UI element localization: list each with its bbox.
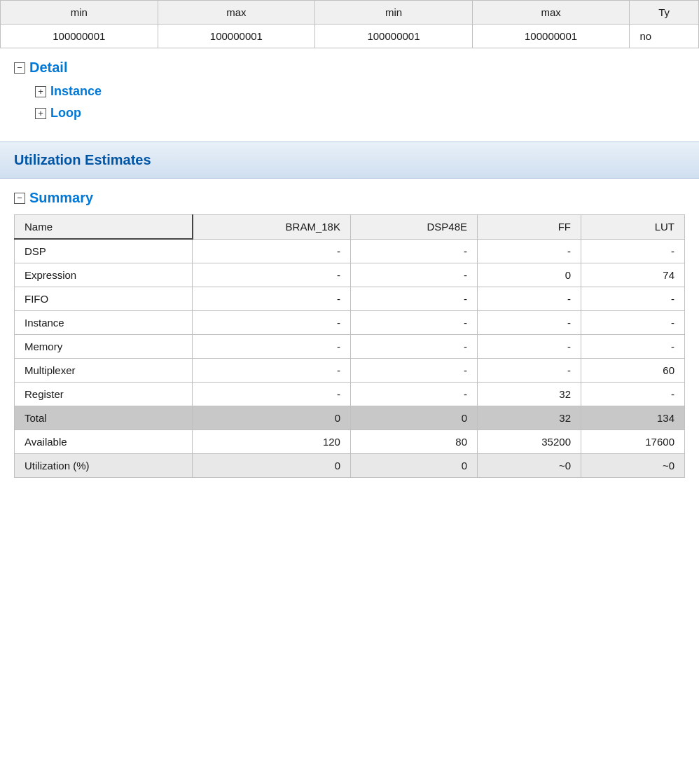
detail-header: − Detail <box>14 60 685 76</box>
cell-bram: - <box>193 383 351 406</box>
available-cell-dsp: 80 <box>350 430 477 454</box>
total-row: Total0032134 <box>15 406 685 430</box>
cell-ff: 32 <box>478 383 581 406</box>
cell-name: Multiplexer <box>15 359 193 383</box>
loop-header: + Loop <box>35 106 685 121</box>
top-cell-3: 100000001 <box>472 25 630 48</box>
cell-bram: - <box>193 311 351 335</box>
col-ty: Ty <box>630 1 699 25</box>
cell-name: Expression <box>15 263 193 287</box>
cell-dsp: - <box>350 239 477 263</box>
utilization-header-bar: Utilization Estimates <box>0 142 699 179</box>
top-table: min max min max Ty 100000001 100000001 1… <box>0 0 699 48</box>
cell-lut: 74 <box>581 263 685 287</box>
instance-expand-icon[interactable]: + <box>35 86 46 97</box>
table-row: Instance---- <box>15 311 685 335</box>
cell-name: Register <box>15 383 193 406</box>
summary-table: Name BRAM_18K DSP48E FF LUT DSP----Expre… <box>14 214 685 478</box>
cell-lut: - <box>581 239 685 263</box>
cell-ff: - <box>478 311 581 335</box>
cell-dsp: - <box>350 311 477 335</box>
col-lut-header: LUT <box>581 215 685 240</box>
cell-dsp: - <box>350 287 477 311</box>
cell-dsp: - <box>350 359 477 383</box>
utilization-cell-name: Utilization (%) <box>15 454 193 478</box>
cell-bram: - <box>193 287 351 311</box>
utilization-cell-dsp: 0 <box>350 454 477 478</box>
cell-name: Memory <box>15 335 193 359</box>
cell-name: Instance <box>15 311 193 335</box>
top-cell-4: no <box>630 25 699 48</box>
top-table-header-row: min max min max Ty <box>1 1 699 25</box>
total-cell-name: Total <box>15 406 193 430</box>
summary-title: Summary <box>29 190 93 206</box>
total-cell-dsp: 0 <box>350 406 477 430</box>
cell-ff: - <box>478 287 581 311</box>
cell-bram: - <box>193 335 351 359</box>
cell-bram: - <box>193 239 351 263</box>
cell-lut: - <box>581 335 685 359</box>
cell-name: DSP <box>15 239 193 263</box>
col-max1: max <box>158 1 315 25</box>
summary-section: − Summary Name BRAM_18K DSP48E FF LUT DS… <box>0 179 699 492</box>
cell-lut: - <box>581 383 685 406</box>
table-row: FIFO---- <box>15 287 685 311</box>
total-cell-ff: 32 <box>478 406 581 430</box>
col-name-header: Name <box>15 215 193 240</box>
cell-bram: - <box>193 359 351 383</box>
table-row: DSP---- <box>15 239 685 263</box>
table-row: Register--32- <box>15 383 685 406</box>
cell-dsp: - <box>350 383 477 406</box>
utilization-estimates-title: Utilization Estimates <box>14 152 151 167</box>
available-cell-ff: 35200 <box>478 430 581 454</box>
instance-subsection: + Instance <box>35 84 685 99</box>
top-cell-1: 100000001 <box>158 25 315 48</box>
col-bram-header: BRAM_18K <box>193 215 351 240</box>
summary-header: − Summary <box>14 190 685 206</box>
cell-ff: 0 <box>478 263 581 287</box>
available-cell-bram: 120 <box>193 430 351 454</box>
loop-subsection: + Loop <box>35 106 685 121</box>
detail-title: Detail <box>29 60 67 76</box>
available-row: Available120803520017600 <box>15 430 685 454</box>
available-cell-name: Available <box>15 430 193 454</box>
utilization-cell-bram: 0 <box>193 454 351 478</box>
cell-lut: 60 <box>581 359 685 383</box>
utilization-cell-lut: ~0 <box>581 454 685 478</box>
loop-expand-icon[interactable]: + <box>35 108 46 119</box>
cell-ff: - <box>478 359 581 383</box>
table-row: Memory---- <box>15 335 685 359</box>
cell-dsp: - <box>350 263 477 287</box>
col-max2: max <box>472 1 630 25</box>
instance-title: Instance <box>50 84 102 99</box>
cell-lut: - <box>581 311 685 335</box>
cell-lut: - <box>581 287 685 311</box>
detail-section: − Detail + Instance + Loop <box>0 48 699 142</box>
table-row: Multiplexer---60 <box>15 359 685 383</box>
cell-name: FIFO <box>15 287 193 311</box>
summary-collapse-icon[interactable]: − <box>14 193 25 204</box>
top-cell-0: 100000001 <box>1 25 158 48</box>
cell-dsp: - <box>350 335 477 359</box>
detail-collapse-icon[interactable]: − <box>14 62 25 74</box>
utilization-row: Utilization (%)00~0~0 <box>15 454 685 478</box>
available-cell-lut: 17600 <box>581 430 685 454</box>
cell-ff: - <box>478 239 581 263</box>
col-ff-header: FF <box>478 215 581 240</box>
col-min1: min <box>1 1 158 25</box>
top-table-section: min max min max Ty 100000001 100000001 1… <box>0 0 699 48</box>
col-min2: min <box>315 1 473 25</box>
utilization-cell-ff: ~0 <box>478 454 581 478</box>
top-table-row: 100000001 100000001 100000001 100000001 … <box>1 25 699 48</box>
cell-ff: - <box>478 335 581 359</box>
table-row: Expression--074 <box>15 263 685 287</box>
summary-header-row: Name BRAM_18K DSP48E FF LUT <box>15 215 685 240</box>
instance-header: + Instance <box>35 84 685 99</box>
total-cell-lut: 134 <box>581 406 685 430</box>
loop-title: Loop <box>50 106 81 121</box>
col-dsp-header: DSP48E <box>350 215 477 240</box>
top-cell-2: 100000001 <box>315 25 473 48</box>
cell-bram: - <box>193 263 351 287</box>
total-cell-bram: 0 <box>193 406 351 430</box>
